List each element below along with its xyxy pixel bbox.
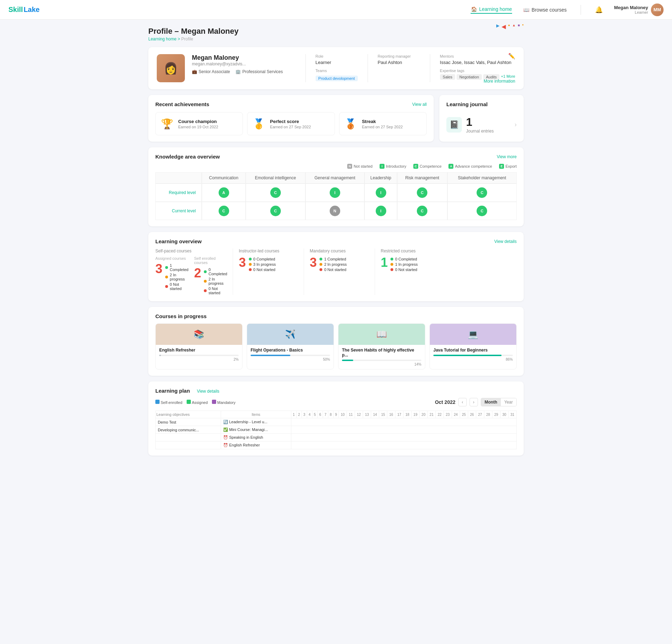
plan-col-6: 6 bbox=[317, 411, 323, 418]
ka-required-communication: A bbox=[202, 183, 246, 202]
plan-col-items: Items bbox=[221, 411, 291, 418]
speaking-icon: ⏰ bbox=[223, 435, 228, 439]
mandatory-stats: 1 Completed 2 In progress 0 Not started bbox=[319, 257, 347, 272]
restricted-notstarted: 0 Not started bbox=[390, 268, 418, 272]
plan-table-header-row: Learning objectives Items 1 2 3 4 5 6 7 … bbox=[156, 411, 517, 418]
view-more-knowledge[interactable]: View more bbox=[497, 154, 517, 159]
journal-label: Journal entries bbox=[466, 129, 494, 134]
seven-habits-progress-bar bbox=[342, 360, 421, 361]
edit-profile-icon[interactable]: ✏️ bbox=[508, 53, 515, 59]
plan-row-developing-mini: Developing communic... ✅ Mini Course: Ma… bbox=[156, 426, 517, 434]
enrolled-inprogress: 2 In progress bbox=[204, 277, 227, 285]
course-seven-habits[interactable]: 📖 The Seven Habits of highly effective p… bbox=[338, 323, 425, 369]
plan-item-mini: ✅ Mini Course: Managi... bbox=[221, 426, 291, 434]
assigned-row: 3 1 Completed 2 In progress 0 Not starte… bbox=[155, 263, 188, 291]
restricted-row: 1 0 Completed 1 In progress 0 Not starte… bbox=[381, 256, 440, 272]
profile-card: 👩 Megan Maloney megan.maloney@xyzadvis..… bbox=[148, 47, 524, 89]
journal-card: Learning journal 📓 1 Journal entries › bbox=[439, 95, 524, 142]
view-details-overview[interactable]: View details bbox=[494, 239, 517, 244]
self-paced-title: Self-paced courses bbox=[155, 249, 227, 253]
plan-legend: Self-enrolled Assigned Mandatory bbox=[155, 400, 235, 405]
java-tutorial-progress-fill bbox=[433, 355, 502, 356]
self-paced-enrolled: Self enrolled courses 2 0 Completed 2 In… bbox=[194, 256, 227, 295]
nav-learning-home[interactable]: 🏠 Learning home bbox=[471, 6, 512, 14]
course-java-tutorial[interactable]: 💻 Java Tutorial for Beginners 86% bbox=[429, 323, 517, 369]
mandatory-title: Mandatory courses bbox=[310, 249, 369, 253]
plan-col-11: 11 bbox=[347, 411, 355, 418]
plan-col-31: 31 bbox=[508, 411, 516, 418]
mandatory-notstarted-dot bbox=[319, 268, 322, 271]
plan-col-19: 19 bbox=[411, 411, 419, 418]
breadcrumb: Learning home > Profile bbox=[148, 37, 524, 41]
role-value: Learner bbox=[316, 60, 358, 65]
knowledge-area-card: Knowledge area overview View more N Not … bbox=[148, 147, 524, 226]
notstarted-dot bbox=[165, 285, 168, 288]
plan-col-12: 12 bbox=[355, 411, 363, 418]
legend-advance-dot: A bbox=[448, 164, 453, 169]
plan-col-20: 20 bbox=[419, 411, 427, 418]
java-tutorial-info: Java Tutorial for Beginners 86% bbox=[430, 345, 516, 364]
achievements-header: Recent achievements View all bbox=[155, 101, 427, 107]
user-text: Megan Maloney Learner bbox=[614, 5, 648, 14]
achievement-course-champion: 🏆 Course champion Earned on 19 Oct 2022 bbox=[155, 112, 243, 135]
enrolled-stats: 0 Completed 2 In progress 0 Not started bbox=[204, 268, 227, 295]
avatar-initials: MM bbox=[651, 4, 664, 16]
nav-browse-courses[interactable]: 📖 Browse courses bbox=[523, 7, 567, 13]
assigned-color bbox=[187, 400, 191, 404]
breadcrumb-current: Profile bbox=[181, 37, 193, 41]
plan-year-view-btn[interactable]: Year bbox=[501, 398, 516, 406]
plan-col-8: 8 bbox=[328, 411, 333, 418]
plan-month-view-btn[interactable]: Month bbox=[481, 398, 501, 406]
journal-info: 1 Journal entries bbox=[466, 116, 494, 134]
plan-next-button[interactable]: › bbox=[470, 398, 478, 406]
plan-nav-controls: Oct 2022 ‹ › Month Year bbox=[435, 398, 517, 406]
legend-advance: A Advance competence bbox=[448, 164, 492, 169]
header-divider bbox=[581, 5, 581, 15]
breadcrumb-home[interactable]: Learning home bbox=[148, 37, 176, 41]
plan-controls-row: Self-enrolled Assigned Mandatory Oct 202… bbox=[155, 398, 517, 406]
profile-divider-3 bbox=[430, 54, 430, 82]
logo-lake: Lake bbox=[24, 6, 40, 14]
decorative-shapes: ▶ ◀ ● ▲ ■ ● bbox=[496, 23, 524, 30]
team-badge: Product devolopment bbox=[316, 76, 358, 81]
logo-skill: Skill bbox=[8, 6, 23, 14]
course-flight-operations[interactable]: ✈️ Flight Operations - Basics 50% bbox=[247, 323, 334, 369]
achievement-perfect-score: 🥇 Perfect score Earned on 27 Sep 2022 bbox=[247, 112, 335, 135]
course-english-refresher[interactable]: 📚 English Refresher 2% bbox=[155, 323, 243, 369]
user-avatar[interactable]: MM bbox=[651, 4, 664, 16]
view-all-achievements[interactable]: View all bbox=[412, 102, 427, 107]
plan-prev-button[interactable]: ‹ bbox=[458, 398, 467, 406]
plan-speaking-days bbox=[291, 434, 516, 442]
plan-title: Learning plan bbox=[155, 388, 190, 394]
mandatory-completed: 1 Completed bbox=[319, 257, 347, 261]
plan-item-leadership: 🔄 Leadership - Level u... bbox=[221, 418, 291, 426]
top-nav: 🏠 Learning home 📖 Browse courses 🔔 Megan… bbox=[471, 4, 664, 16]
course-champion-icon: 🏆 bbox=[159, 116, 175, 131]
notification-bell-icon[interactable]: 🔔 bbox=[595, 6, 603, 14]
plan-view-details[interactable]: View details bbox=[197, 389, 219, 394]
plan-month: Oct 2022 bbox=[435, 399, 455, 405]
app-logo[interactable]: SkillLake bbox=[8, 6, 40, 14]
ka-col-general: General management bbox=[305, 172, 365, 183]
plan-col-23: 23 bbox=[444, 411, 452, 418]
more-info-link[interactable]: More information bbox=[484, 79, 515, 84]
legend-export: E Export bbox=[499, 164, 517, 169]
ka-required-stakeholder: C bbox=[447, 183, 517, 202]
journal-arrow-icon[interactable]: › bbox=[515, 121, 517, 128]
reporting-label: Reporting manager bbox=[378, 54, 420, 58]
mandatory-inprogress: 2 In progress bbox=[319, 262, 347, 266]
instructor-notstarted: 0 Not started bbox=[249, 268, 276, 272]
overview-restricted: Restricted courses 1 0 Completed 1 In pr… bbox=[375, 249, 446, 295]
profile-divider-1 bbox=[305, 54, 306, 82]
plan-col-22: 22 bbox=[435, 411, 444, 418]
teams-label: Teams bbox=[316, 69, 358, 73]
english-refresher-info: English Refresher 2% bbox=[156, 345, 242, 364]
seven-habits-progress-text: 14% bbox=[342, 362, 421, 366]
ka-col-communication: Communication bbox=[202, 172, 246, 183]
browse-courses-icon: 📖 bbox=[523, 7, 530, 13]
java-tutorial-progress-text: 86% bbox=[433, 358, 513, 361]
courses-header: Courses in progress bbox=[155, 313, 517, 319]
ka-required-risk: C bbox=[397, 183, 447, 202]
plan-table: Learning objectives Items 1 2 3 4 5 6 7 … bbox=[155, 411, 517, 449]
java-tutorial-name: Java Tutorial for Beginners bbox=[433, 348, 513, 353]
